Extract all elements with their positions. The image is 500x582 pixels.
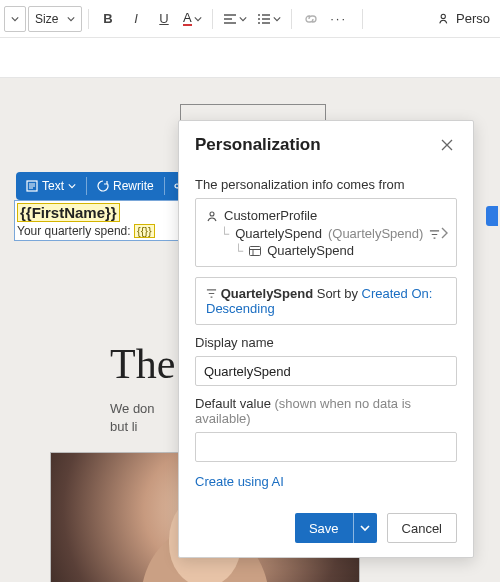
sort-by-label: Sort by bbox=[317, 286, 358, 301]
selection-text-label: Text bbox=[42, 179, 64, 193]
link-button[interactable] bbox=[298, 6, 324, 32]
default-value-input[interactable] bbox=[195, 432, 457, 462]
tree-level1: QuartelySpend bbox=[235, 225, 322, 243]
svg-point-2 bbox=[258, 22, 260, 24]
toolbar-separator bbox=[88, 9, 89, 29]
toolbar-separator bbox=[212, 9, 213, 29]
svg-point-3 bbox=[441, 14, 445, 18]
source-label: The personalization info comes from bbox=[195, 177, 457, 192]
close-button[interactable] bbox=[437, 135, 457, 155]
selection-toolbar: Text Rewrite bbox=[16, 172, 195, 200]
profile-icon bbox=[206, 210, 218, 222]
tree-level1-paren: (QuartelySpend) bbox=[328, 225, 423, 243]
selection-rewrite-button[interactable]: Rewrite bbox=[91, 175, 160, 197]
selection-text-button[interactable]: Text bbox=[20, 175, 82, 197]
firstname-token[interactable]: {{FirstName}} bbox=[17, 203, 120, 222]
display-name-label: Display name bbox=[195, 335, 457, 350]
selection-rewrite-label: Rewrite bbox=[113, 179, 154, 193]
align-button[interactable] bbox=[219, 6, 251, 32]
filter-icon bbox=[429, 229, 440, 240]
save-split-button[interactable] bbox=[353, 513, 377, 543]
svg-rect-8 bbox=[250, 246, 261, 255]
sort-card[interactable]: QuartelySpend Sort by Created On: Descen… bbox=[195, 277, 457, 325]
toolbar-separator bbox=[291, 9, 292, 29]
tree-root: CustomerProfile bbox=[224, 207, 317, 225]
chevron-right-icon bbox=[440, 227, 448, 239]
more-button[interactable]: ··· bbox=[326, 6, 352, 32]
field-icon bbox=[249, 246, 261, 256]
personalization-label: Perso bbox=[456, 11, 490, 26]
list-button[interactable] bbox=[253, 6, 285, 32]
side-handle[interactable] bbox=[486, 206, 498, 226]
panel-title: Personalization bbox=[195, 135, 321, 155]
selection-separator bbox=[164, 177, 165, 195]
default-value-label: Default value (shown when no data is ava… bbox=[195, 396, 457, 426]
spend-token[interactable]: {{}} bbox=[134, 224, 155, 238]
editor-canvas: Text Rewrite {{FirstName}} Your quarterl… bbox=[0, 78, 500, 582]
save-button[interactable]: Save bbox=[295, 513, 377, 543]
selection-separator bbox=[86, 177, 87, 195]
create-using-ai-link[interactable]: Create using AI bbox=[195, 474, 284, 489]
bold-button[interactable]: B bbox=[95, 6, 121, 32]
personalization-panel: Personalization The personalization info… bbox=[178, 120, 474, 558]
cancel-button[interactable]: Cancel bbox=[387, 513, 457, 543]
formatting-toolbar: Size B I U A ··· Perso bbox=[0, 0, 500, 38]
toolbar-separator bbox=[362, 9, 363, 29]
tree-level2: QuartelySpend bbox=[267, 243, 354, 258]
svg-point-0 bbox=[258, 14, 260, 16]
save-label: Save bbox=[295, 521, 353, 536]
italic-button[interactable]: I bbox=[123, 6, 149, 32]
svg-point-1 bbox=[258, 18, 260, 20]
display-name-input[interactable] bbox=[195, 356, 457, 386]
sub-toolbar bbox=[0, 38, 500, 78]
personalization-toolbar-button[interactable]: Perso bbox=[432, 6, 496, 32]
spend-prefix: Your quarterly spend: bbox=[17, 224, 134, 238]
filter-icon bbox=[206, 288, 217, 299]
underline-button[interactable]: U bbox=[151, 6, 177, 32]
font-family-dropdown[interactable] bbox=[4, 6, 26, 32]
source-tree-card[interactable]: CustomerProfile └ QuartelySpend (Quartel… bbox=[195, 198, 457, 267]
font-size-dropdown[interactable]: Size bbox=[28, 6, 82, 32]
font-size-label: Size bbox=[35, 12, 58, 26]
sort-field: QuartelySpend bbox=[221, 286, 313, 301]
spend-line: Your quarterly spend: {{}} bbox=[17, 224, 191, 238]
font-color-button[interactable]: A bbox=[179, 6, 206, 32]
svg-point-7 bbox=[210, 212, 214, 216]
text-block[interactable]: {{FirstName}} Your quarterly spend: {{}} bbox=[14, 200, 194, 241]
